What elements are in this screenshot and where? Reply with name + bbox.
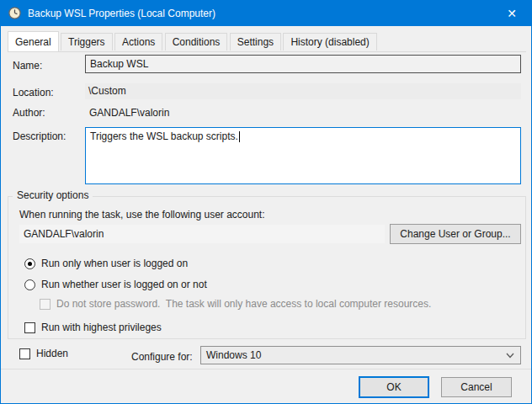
window-title: Backup WSL Properties (Local Computer) bbox=[28, 1, 215, 26]
close-icon[interactable]: ✕ bbox=[492, 1, 531, 26]
location-value: \Custom bbox=[85, 83, 521, 99]
ok-button[interactable]: OK bbox=[359, 376, 429, 398]
name-label: Name: bbox=[13, 60, 42, 72]
radio-selected-icon[interactable] bbox=[24, 258, 35, 269]
name-input[interactable]: Backup WSL bbox=[85, 55, 521, 73]
tab-actions[interactable]: Actions bbox=[114, 33, 162, 50]
tab-settings[interactable]: Settings bbox=[230, 33, 281, 50]
change-user-button[interactable]: Change User or Group... bbox=[390, 224, 521, 244]
radio-unselected-icon[interactable] bbox=[24, 279, 35, 290]
account-hint-label: When running the task, use the following… bbox=[19, 209, 265, 221]
location-label: Location: bbox=[13, 87, 54, 98]
configure-for-label: Configure for: bbox=[131, 351, 193, 363]
tab-general[interactable]: General bbox=[8, 31, 59, 51]
task-scheduler-clock-icon bbox=[8, 7, 21, 19]
configure-for-dropdown[interactable]: Windows 10 bbox=[200, 346, 521, 364]
tab-conditions[interactable]: Conditions bbox=[165, 33, 228, 50]
checkbox-icon[interactable] bbox=[19, 348, 30, 359]
footer-separator bbox=[1, 369, 532, 369]
tab-history[interactable]: History (disabled) bbox=[283, 33, 376, 50]
user-account-field: GANDALF\valorin bbox=[19, 225, 385, 243]
description-text: Triggers the WSL backup scripts. bbox=[90, 130, 238, 142]
task-properties-dialog: Backup WSL Properties (Local Computer) ✕… bbox=[0, 0, 532, 404]
security-options-title: Security options bbox=[13, 189, 93, 201]
tab-triggers[interactable]: Triggers bbox=[61, 33, 113, 50]
cancel-button[interactable]: Cancel bbox=[441, 377, 512, 397]
checkbox-hidden[interactable]: Hidden bbox=[19, 348, 68, 359]
author-value: GANDALF\valorin bbox=[89, 107, 169, 119]
radio-run-logged-on[interactable]: Run only when user is logged on bbox=[24, 258, 188, 269]
checkbox-disabled-icon bbox=[40, 299, 51, 310]
titlebar[interactable]: Backup WSL Properties (Local Computer) ✕ bbox=[1, 1, 531, 26]
text-caret bbox=[239, 131, 240, 142]
checkbox-no-password: Do not store password. The task will onl… bbox=[40, 298, 431, 310]
checkbox-highest-privileges[interactable]: Run with highest privileges bbox=[24, 322, 162, 333]
tab-strip: General Triggers Actions Conditions Sett… bbox=[8, 31, 526, 52]
author-label: Author: bbox=[13, 107, 45, 119]
checkbox-icon[interactable] bbox=[24, 322, 35, 333]
description-label: Description: bbox=[13, 130, 66, 142]
description-input[interactable]: Triggers the WSL backup scripts. bbox=[85, 127, 521, 184]
chevron-down-icon bbox=[506, 353, 514, 359]
radio-run-whether[interactable]: Run whether user is logged on or not bbox=[24, 279, 207, 290]
